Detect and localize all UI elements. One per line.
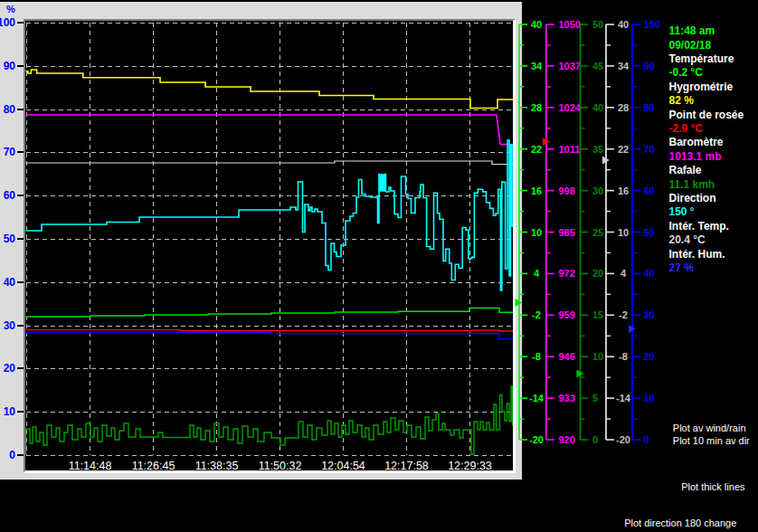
svg-text:10: 10 (644, 393, 655, 404)
svg-text:-20: -20 (529, 434, 544, 445)
svg-text:11:38:35: 11:38:35 (195, 460, 239, 472)
svg-text:933: 933 (559, 393, 575, 404)
svg-text:30: 30 (644, 309, 655, 320)
svg-text:11:14:48: 11:14:48 (69, 460, 112, 472)
svg-text:40: 40 (531, 19, 542, 30)
svg-text:11:26:45: 11:26:45 (132, 460, 175, 472)
svg-text:920: 920 (559, 434, 575, 445)
svg-text:1037: 1037 (559, 61, 581, 71)
svg-text:60: 60 (644, 185, 655, 196)
svg-text:-14: -14 (529, 393, 545, 404)
svg-text:16: 16 (618, 185, 629, 196)
svg-text:5: 5 (592, 393, 598, 404)
svg-text:-8: -8 (532, 351, 541, 362)
svg-text:40: 40 (644, 268, 655, 279)
svg-text:1011: 1011 (559, 144, 581, 155)
svg-text:80: 80 (644, 102, 655, 113)
svg-text:11:50:32: 11:50:32 (259, 460, 302, 472)
svg-text:50: 50 (592, 19, 603, 30)
svg-text:30: 30 (592, 185, 603, 196)
svg-text:12:29:33: 12:29:33 (448, 460, 492, 472)
svg-text:45: 45 (592, 61, 603, 71)
svg-text:34: 34 (531, 61, 543, 71)
svg-text:10: 10 (531, 227, 542, 238)
svg-text:70: 70 (644, 144, 655, 155)
svg-text:0: 0 (592, 434, 598, 445)
svg-text:12:04:54: 12:04:54 (321, 460, 365, 472)
svg-text:10: 10 (618, 227, 629, 238)
svg-text:40: 40 (592, 102, 603, 113)
svg-text:25: 25 (592, 227, 603, 238)
svg-text:35: 35 (592, 144, 603, 155)
svg-text:-8: -8 (619, 351, 628, 362)
svg-text:34: 34 (618, 61, 630, 71)
svg-text:946: 946 (559, 351, 575, 362)
svg-text:28: 28 (531, 102, 542, 113)
svg-text:4: 4 (534, 268, 540, 279)
svg-text:985: 985 (559, 227, 575, 238)
svg-text:22: 22 (531, 144, 542, 155)
svg-text:12:17:58: 12:17:58 (384, 460, 429, 472)
svg-text:972: 972 (559, 268, 575, 279)
svg-text:-2: -2 (619, 309, 628, 320)
svg-text:0: 0 (644, 434, 649, 445)
svg-text:40: 40 (618, 19, 629, 30)
svg-text:10: 10 (592, 351, 603, 362)
svg-text:-14: -14 (616, 393, 631, 404)
svg-text:28: 28 (618, 102, 629, 113)
svg-text:90: 90 (644, 61, 655, 71)
svg-text:100: 100 (644, 19, 660, 30)
svg-text:1050: 1050 (559, 19, 581, 30)
svg-text:959: 959 (559, 309, 575, 320)
svg-text:-20: -20 (616, 434, 630, 445)
svg-text:998: 998 (559, 185, 575, 196)
svg-text:20: 20 (592, 268, 603, 279)
svg-text:-2: -2 (532, 309, 541, 320)
svg-text:1024: 1024 (559, 102, 582, 113)
svg-text:22: 22 (618, 144, 629, 155)
svg-text:16: 16 (531, 185, 542, 196)
svg-text:20: 20 (644, 351, 655, 362)
svg-text:4: 4 (621, 268, 627, 279)
svg-text:50: 50 (644, 227, 655, 238)
svg-text:15: 15 (592, 309, 603, 320)
